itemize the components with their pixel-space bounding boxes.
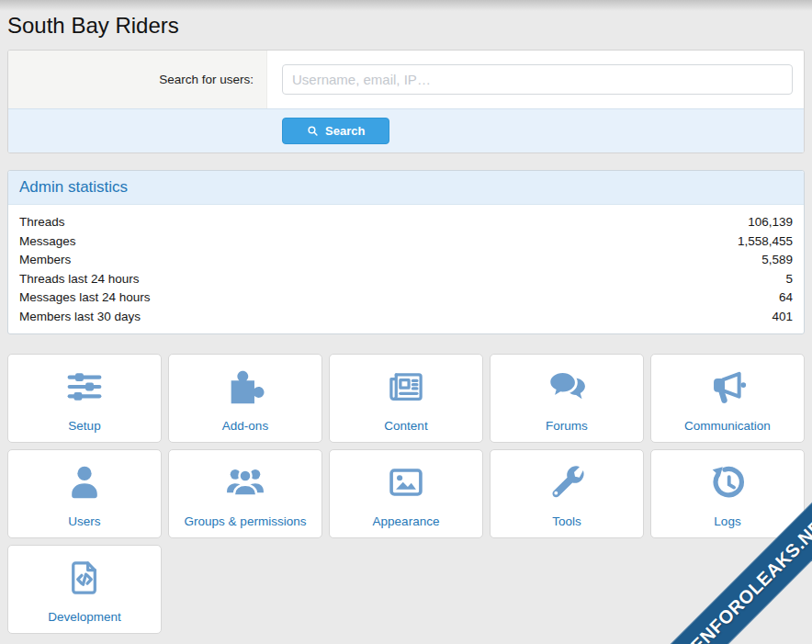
stat-label: Messages last 24 hours <box>19 288 151 308</box>
tile-label: Tools <box>552 514 581 528</box>
search-input[interactable] <box>282 64 793 95</box>
megaphone-icon <box>651 355 804 419</box>
stat-row: Members5,589 <box>19 251 793 270</box>
admin-statistics-panel: Admin statistics Threads106,139Messages1… <box>7 170 805 334</box>
history-icon <box>651 450 804 514</box>
code-document-icon <box>8 546 161 610</box>
tile-content[interactable]: Content <box>329 354 483 443</box>
tile-label: Communication <box>684 419 771 433</box>
tile-logs[interactable]: Logs <box>650 449 805 538</box>
search-panel: Search for users: Search <box>7 50 805 153</box>
stat-value: 106,139 <box>748 213 793 232</box>
stat-label: Threads <box>19 213 65 232</box>
tile-label: Add-ons <box>222 419 268 433</box>
search-button[interactable]: Search <box>282 118 389 144</box>
stat-label: Members last 30 days <box>19 308 141 327</box>
tile-tools[interactable]: Tools <box>490 449 644 538</box>
stat-row: Messages1,558,455 <box>19 232 793 252</box>
tile-label: Development <box>48 610 121 624</box>
search-actions-row: Search <box>8 108 804 153</box>
stat-value: 401 <box>772 308 793 327</box>
image-icon <box>330 450 482 514</box>
tile-label: Forums <box>546 419 588 433</box>
tile-label: Setup <box>68 419 100 433</box>
tile-label: Appearance <box>373 514 440 528</box>
wrench-icon <box>491 450 643 514</box>
tile-communication[interactable]: Communication <box>650 354 805 443</box>
user-icon <box>8 450 161 514</box>
puzzle-icon <box>169 355 321 419</box>
stat-row: Threads last 24 hours5 <box>19 270 793 289</box>
search-button-label: Search <box>325 124 365 138</box>
stats-heading: Admin statistics <box>8 171 804 205</box>
tile-setup[interactable]: Setup <box>7 354 162 443</box>
tile-groups-permissions[interactable]: Groups & permissions <box>168 449 322 538</box>
stat-value: 64 <box>779 288 793 308</box>
user-group-icon <box>169 450 321 514</box>
tile-users[interactable]: Users <box>7 449 162 538</box>
newspaper-icon <box>330 355 482 419</box>
search-form-row: Search for users: <box>8 51 804 108</box>
stat-label: Members <box>19 251 71 270</box>
tile-appearance[interactable]: Appearance <box>329 449 483 538</box>
stat-value: 1,558,455 <box>738 232 793 252</box>
stat-row: Members last 30 days401 <box>19 308 793 327</box>
tile-development[interactable]: Development <box>7 545 162 634</box>
search-label: Search for users: <box>159 73 254 86</box>
sliders-icon <box>8 355 161 419</box>
stat-label: Threads last 24 hours <box>19 270 140 289</box>
stat-label: Messages <box>19 232 76 252</box>
tile-label: Logs <box>714 514 740 528</box>
search-label-cell: Search for users: <box>8 51 267 108</box>
search-input-cell <box>267 51 804 108</box>
chat-bubbles-icon <box>491 355 643 419</box>
stat-row: Messages last 24 hours64 <box>19 288 793 308</box>
search-icon <box>307 125 319 137</box>
tile-label: Content <box>384 419 427 433</box>
stat-value: 5,589 <box>761 251 793 270</box>
tile-label: Users <box>68 514 100 528</box>
tile-label: Groups & permissions <box>185 514 307 528</box>
page-title: South Bay Riders <box>0 0 812 50</box>
admin-nav-grid: SetupAdd-onsContentForumsCommunicationUs… <box>7 354 805 634</box>
tile-add-ons[interactable]: Add-ons <box>168 354 322 443</box>
stat-row: Threads106,139 <box>19 213 793 232</box>
stats-body: Threads106,139Messages1,558,455Members5,… <box>8 205 804 333</box>
tile-forums[interactable]: Forums <box>490 354 644 443</box>
stat-value: 5 <box>785 270 793 289</box>
